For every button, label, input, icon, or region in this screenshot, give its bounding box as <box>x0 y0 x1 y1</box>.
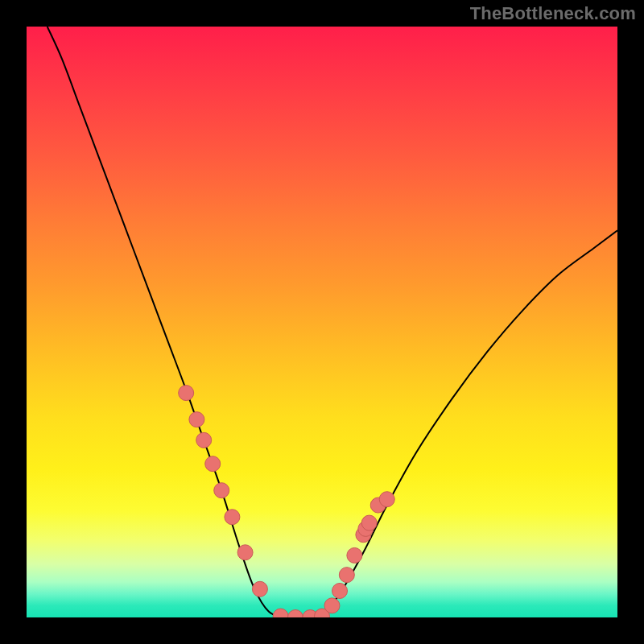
sample-point <box>347 547 362 563</box>
sample-point <box>361 515 377 530</box>
sample-point <box>214 483 229 498</box>
sample-point <box>324 598 340 613</box>
sample-point <box>339 568 354 583</box>
sample-point <box>273 609 288 617</box>
sample-point <box>252 581 267 597</box>
sample-point <box>196 432 212 448</box>
bottleneck-curve <box>47 27 617 617</box>
sample-point <box>287 610 303 618</box>
sample-point <box>189 412 204 427</box>
sample-point <box>225 510 240 525</box>
chart-frame: TheBottleneck.com <box>0 0 644 644</box>
sample-point <box>379 492 394 507</box>
sample-point <box>205 456 221 472</box>
sample-point <box>179 386 194 401</box>
sample-point <box>237 545 253 560</box>
plot-area <box>27 27 617 617</box>
chart-svg <box>27 27 617 617</box>
sample-point <box>332 583 348 598</box>
watermark-label: TheBottleneck.com <box>470 3 636 24</box>
sample-points-group <box>179 386 395 617</box>
